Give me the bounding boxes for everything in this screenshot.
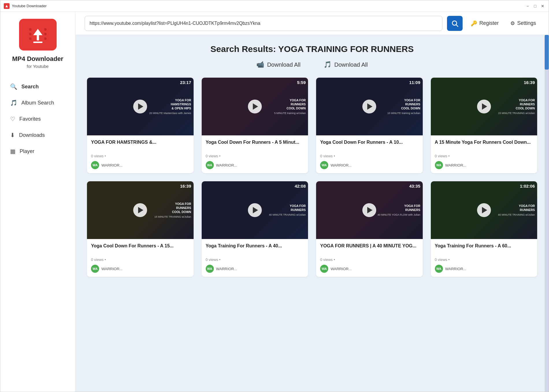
video-card[interactable]: 16:39 YOGA FORRUNNERSCOOL DOWN 15 MINUTE… <box>431 78 537 173</box>
key-icon: 🔑 <box>471 20 477 27</box>
channel-name: WARRIOR... <box>331 163 352 167</box>
sidebar-item-favorites[interactable]: ♡ Favorites <box>5 111 71 126</box>
video-info: Yoga Training For Runners - A 60... 0 vi… <box>431 239 537 277</box>
sidebar: MP4 Downloader for Youtube 🔍 Search 🎵 Al… <box>0 12 75 392</box>
play-button[interactable] <box>248 203 262 217</box>
svg-rect-7 <box>44 33 47 35</box>
register-button[interactable]: 🔑 Register <box>467 18 502 29</box>
video-thumbnail: 42:08 YOGA FORRUNNERS 40 MINUTE TRAINING… <box>202 181 308 239</box>
svg-rect-4 <box>29 33 31 35</box>
svg-marker-0 <box>5 5 8 7</box>
play-button[interactable] <box>133 203 147 217</box>
music-icon: 🎵 <box>10 99 17 106</box>
video-card[interactable]: 23:17 YOGA FORHAMSTRINGS& OPEN HIPS 20 M… <box>87 78 194 173</box>
play-button[interactable] <box>248 100 262 113</box>
video-thumbnail: 43:35 YOGA FORRUNNERS 40 MINUTE YOGA FLO… <box>316 181 423 239</box>
svg-rect-8 <box>44 38 47 40</box>
register-label: Register <box>479 20 499 26</box>
video-grid: 23:17 YOGA FORHAMSTRINGS& OPEN HIPS 20 M… <box>87 78 537 277</box>
download-all-video-button[interactable]: 📹 Download All <box>256 61 301 68</box>
svg-rect-5 <box>29 38 31 40</box>
sidebar-nav: 🔍 Search 🎵 Album Search ♡ Favorites ⬇ Do… <box>0 79 75 159</box>
play-button[interactable] <box>477 203 491 217</box>
minimize-button[interactable]: − <box>525 3 530 9</box>
download-all-bar: 📹 Download All 🎵 Download All <box>87 61 537 68</box>
scrollbar-thumb[interactable] <box>545 35 549 70</box>
video-thumbnail: 11:09 YOGA FORRUNNERSCOOL DOWN 10 MINUTE… <box>316 78 423 135</box>
channel-name: WARRIOR... <box>216 267 237 271</box>
video-channel: WA WARRIOR... <box>320 265 419 273</box>
header-bar: 🔑 Register ⚙ Settings <box>75 12 549 35</box>
audio-download-icon: 🎵 <box>324 61 331 68</box>
url-input-wrap <box>85 16 442 31</box>
video-thumbnail: 16:39 YOGA FORRUNNERSCOOL DOWN 15 MINUTE… <box>431 78 537 135</box>
channel-avatar: WA <box>206 265 214 273</box>
content-area: Search Results: YOGA TRAINING FOR RUNNER… <box>75 35 549 392</box>
app-body: MP4 Downloader for Youtube 🔍 Search 🎵 Al… <box>0 12 549 392</box>
video-views: 0 views • <box>435 257 533 262</box>
app-name: MP4 Downloader <box>12 55 63 63</box>
svg-line-12 <box>456 25 458 26</box>
url-input[interactable] <box>85 16 442 31</box>
video-channel: WA WARRIOR... <box>320 161 419 169</box>
window-controls: − □ ✕ <box>525 3 545 9</box>
channel-avatar: WA <box>435 265 443 273</box>
channel-name: WARRIOR... <box>101 267 123 271</box>
video-card[interactable]: 1:02:06 YOGA FORRUNNERS 60 MINUTE TRAINI… <box>431 181 537 277</box>
video-views: 0 views • <box>320 154 419 158</box>
settings-button[interactable]: ⚙ Settings <box>507 18 539 29</box>
video-title: YOGA FOR HAMSTRINGS &... <box>91 139 190 152</box>
video-title: Yoga Cool Down For Runners - A 5 Minut..… <box>206 139 304 152</box>
video-channel: WA WARRIOR... <box>435 161 533 169</box>
video-views: 0 views • <box>320 257 419 262</box>
video-card[interactable]: 43:35 YOGA FORRUNNERS 40 MINUTE YOGA FLO… <box>316 181 423 277</box>
video-card[interactable]: 42:08 YOGA FORRUNNERS 40 MINUTE TRAINING… <box>202 181 308 277</box>
video-thumbnail: 16:39 YOGA FORRUNNERSCOOL DOWN 15 MINUTE… <box>87 181 194 239</box>
scrollbar-track[interactable] <box>545 35 549 392</box>
close-button[interactable]: ✕ <box>540 3 545 9</box>
download-icon: ⬇ <box>10 132 15 139</box>
maximize-button[interactable]: □ <box>533 3 538 9</box>
video-card[interactable]: 11:09 YOGA FORRUNNERSCOOL DOWN 10 MINUTE… <box>316 78 423 173</box>
sidebar-label-album-search: Album Search <box>21 100 54 106</box>
app-subtitle: for Youtube <box>27 64 49 69</box>
channel-avatar: WA <box>206 161 214 169</box>
svg-rect-6 <box>44 28 47 31</box>
channel-name: WARRIOR... <box>445 267 466 271</box>
play-button[interactable] <box>362 100 376 113</box>
search-icon: 🔍 <box>10 83 17 90</box>
video-title: Yoga Cool Down For Runners - A 10... <box>320 139 419 152</box>
video-title: A 15 Minute Yoga For Runners Cool Down..… <box>435 139 533 152</box>
heart-icon: ♡ <box>10 115 15 122</box>
video-channel: WA WARRIOR... <box>91 265 190 273</box>
video-card[interactable]: 5:59 YOGA FORRUNNERSCOOL DOWN 5 MINUTE t… <box>202 78 308 173</box>
video-info: Yoga Cool Down For Runners - A 10... 0 v… <box>316 135 423 173</box>
sidebar-item-downloads[interactable]: ⬇ Downloads <box>5 128 71 143</box>
settings-label: Settings <box>517 20 536 26</box>
video-card[interactable]: 16:39 YOGA FORRUNNERSCOOL DOWN 15 MINUTE… <box>87 181 194 277</box>
channel-name: WARRIOR... <box>216 163 237 167</box>
title-bar: Youtube Downloader − □ ✕ <box>0 0 549 12</box>
search-button[interactable] <box>447 16 463 31</box>
gear-icon: ⚙ <box>510 20 515 27</box>
download-all-audio-button[interactable]: 🎵 Download All <box>324 61 368 68</box>
video-views: 0 views • <box>206 257 304 262</box>
video-info: YOGA FOR HAMSTRINGS &... 0 views • WA WA… <box>87 135 194 173</box>
app-logo <box>19 19 57 51</box>
main-panel: 🔑 Register ⚙ Settings Search Results: YO… <box>75 12 549 392</box>
video-thumbnail: 1:02:06 YOGA FORRUNNERS 60 MINUTE TRAINI… <box>431 181 537 239</box>
player-icon: ▦ <box>10 148 16 155</box>
sidebar-item-player[interactable]: ▦ Player <box>5 144 71 159</box>
video-title: Yoga Training For Runners - A 60... <box>435 243 533 256</box>
sidebar-item-search[interactable]: 🔍 Search <box>5 79 71 94</box>
download-all-video-label: Download All <box>267 61 301 68</box>
play-button[interactable] <box>362 203 376 217</box>
video-views: 0 views • <box>206 154 304 158</box>
play-button[interactable] <box>133 100 147 113</box>
video-info: Yoga Cool Down For Runners - A 5 Minut..… <box>202 135 308 173</box>
window-title: Youtube Downloader <box>12 4 525 8</box>
channel-name: WARRIOR... <box>445 163 466 167</box>
svg-rect-10 <box>33 42 42 43</box>
sidebar-item-album-search[interactable]: 🎵 Album Search <box>5 95 71 110</box>
play-button[interactable] <box>477 100 491 113</box>
